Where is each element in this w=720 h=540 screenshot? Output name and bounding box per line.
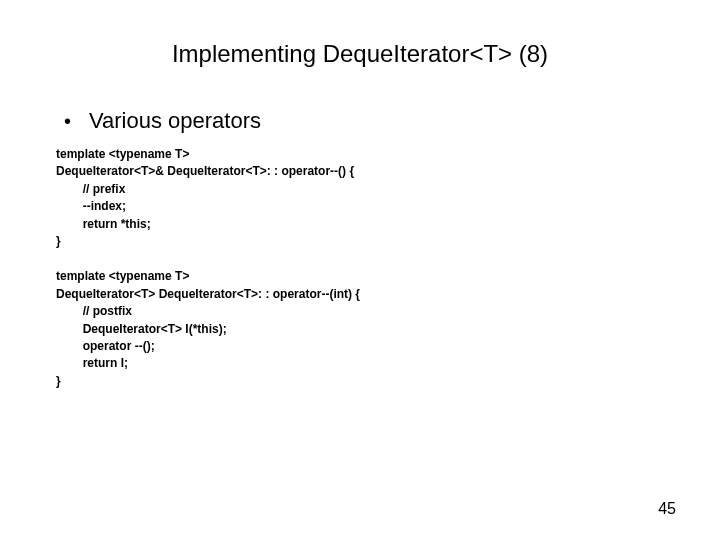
code-block-postfix: template <typename T> DequeIterator<T> D…: [56, 268, 670, 390]
code-block-prefix: template <typename T> DequeIterator<T>& …: [56, 146, 670, 250]
bullet-text: Various operators: [89, 108, 261, 134]
bullet-item: • Various operators: [64, 108, 670, 134]
slide-title: Implementing DequeIterator<T> (8): [50, 40, 670, 68]
slide: Implementing DequeIterator<T> (8) • Vari…: [0, 0, 720, 540]
page-number: 45: [658, 500, 676, 518]
bullet-dot-icon: •: [64, 111, 71, 131]
